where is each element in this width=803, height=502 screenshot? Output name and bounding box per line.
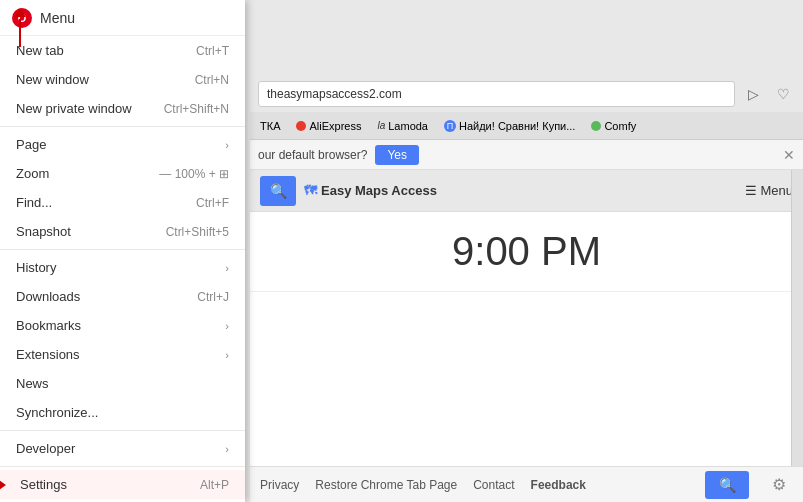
menu-item-label-bookmarks: Bookmarks bbox=[16, 318, 221, 333]
p-icon: П bbox=[444, 120, 456, 132]
menu-item-label-new-tab: New tab bbox=[16, 43, 196, 58]
time-text: 9:00 PM bbox=[452, 229, 601, 274]
menu-item-shortcut-settings: Alt+P bbox=[200, 478, 229, 492]
menu-item-label-new-private-window: New private window bbox=[16, 101, 164, 116]
menu-header: O Menu bbox=[0, 0, 245, 36]
default-browser-text: our default browser? bbox=[258, 148, 367, 162]
menu-item-new-tab[interactable]: New tabCtrl+T bbox=[0, 36, 245, 65]
menu-item-submenu-arrow-history: › bbox=[225, 262, 229, 274]
menu-item-zoom[interactable]: Zoom— 100% + ⊞ bbox=[0, 159, 245, 188]
bookmark-tka-label: ТКА bbox=[260, 120, 280, 132]
footer-gear-button[interactable]: ⚙ bbox=[765, 471, 793, 499]
close-prompt-button[interactable]: ✕ bbox=[783, 147, 795, 163]
footer-restore[interactable]: Restore Chrome Tab Page bbox=[315, 478, 457, 492]
menu-item-settings[interactable]: SettingsAlt+P bbox=[0, 470, 245, 499]
footer-feedback[interactable]: Feedback bbox=[531, 478, 586, 492]
send-button[interactable]: ▷ bbox=[741, 82, 765, 106]
menu-item-shortcut-downloads: Ctrl+J bbox=[197, 290, 229, 304]
menu-item-submenu-arrow-developer: › bbox=[225, 443, 229, 455]
bookmark-comfy[interactable]: Comfy bbox=[585, 118, 642, 134]
arrow-line bbox=[19, 19, 21, 47]
menu-item-label-find: Find... bbox=[16, 195, 196, 210]
bookmark-lamoda-label: Lamoda bbox=[388, 120, 428, 132]
bookmark-p[interactable]: П Найди! Сравни! Купи... bbox=[438, 118, 581, 134]
menu-item-label-zoom: Zoom bbox=[16, 166, 159, 181]
menu-divider bbox=[0, 466, 245, 467]
easymaps-label: Easy Maps Access bbox=[321, 183, 437, 198]
menu-item-submenu-arrow-bookmarks: › bbox=[225, 320, 229, 332]
menu-item-label-new-window: New window bbox=[16, 72, 195, 87]
menu-item-new-window[interactable]: New windowCtrl+N bbox=[0, 65, 245, 94]
menu-item-developer[interactable]: Developer› bbox=[0, 434, 245, 463]
menu-item-synchronize[interactable]: Synchronize... bbox=[0, 398, 245, 427]
footer-privacy[interactable]: Privacy bbox=[260, 478, 299, 492]
menu-item-label-synchronize: Synchronize... bbox=[16, 405, 229, 420]
time-display: 9:00 PM bbox=[250, 212, 803, 292]
menu-item-label-page: Page bbox=[16, 137, 221, 152]
menu-item-shortcut-new-window: Ctrl+N bbox=[195, 73, 229, 87]
page-content: 🔍 🗺 Easy Maps Access ☰ Menu 9:00 PM bbox=[250, 170, 803, 502]
address-bar[interactable]: theasymapsaccess2.com bbox=[258, 81, 735, 107]
bookmarks-bar: ТКА AliExpress la Lamoda П Найди! Сравни… bbox=[250, 112, 803, 140]
footer-search-button[interactable]: 🔍 bbox=[705, 471, 749, 499]
menu-item-label-history: History bbox=[16, 260, 221, 275]
menu-item-label-developer: Developer bbox=[16, 441, 221, 456]
menu-item-news[interactable]: News bbox=[0, 369, 245, 398]
menu-divider bbox=[0, 249, 245, 250]
menu-item-shortcut-find: Ctrl+F bbox=[196, 196, 229, 210]
menu-item-history[interactable]: History› bbox=[0, 253, 245, 282]
search-button[interactable]: 🔍 bbox=[260, 176, 296, 206]
menu-item-label-downloads: Downloads bbox=[16, 289, 197, 304]
menu-item-label-snapshot: Snapshot bbox=[16, 224, 166, 239]
menu-item-shortcut-new-private-window: Ctrl+Shift+N bbox=[164, 102, 229, 116]
menu-item-bookmarks[interactable]: Bookmarks› bbox=[0, 311, 245, 340]
page-menu-button[interactable]: ☰ Menu bbox=[745, 183, 793, 198]
bookmark-lamoda[interactable]: la Lamoda bbox=[371, 118, 434, 134]
page-toolbar: 🔍 🗺 Easy Maps Access ☰ Menu bbox=[250, 170, 803, 212]
bookmark-aliexpress-label: AliExpress bbox=[309, 120, 361, 132]
footer-search-icon: 🔍 bbox=[719, 477, 736, 493]
menu-divider bbox=[0, 126, 245, 127]
menu-item-new-private-window[interactable]: New private windowCtrl+Shift+N bbox=[0, 94, 245, 123]
address-text: theasymapsaccess2.com bbox=[267, 87, 402, 101]
footer-contact[interactable]: Contact bbox=[473, 478, 514, 492]
menu-overlay: O Menu New tabCtrl+TNew windowCtrl+NNew … bbox=[0, 0, 245, 502]
menu-item-downloads[interactable]: DownloadsCtrl+J bbox=[0, 282, 245, 311]
heart-button[interactable]: ♡ bbox=[771, 82, 795, 106]
aliexpress-dot bbox=[296, 121, 306, 131]
arrow-head bbox=[14, 8, 26, 17]
map-icon: 🗺 bbox=[304, 183, 317, 198]
menu-item-shortcut-new-tab: Ctrl+T bbox=[196, 44, 229, 58]
settings-arrow bbox=[0, 478, 6, 492]
menu-item-label-extensions: Extensions bbox=[16, 347, 221, 362]
menu-item-shortcut-snapshot: Ctrl+Shift+5 bbox=[166, 225, 229, 239]
comfy-dot bbox=[591, 121, 601, 131]
bookmark-p-label: Найди! Сравни! Купи... bbox=[459, 120, 575, 132]
search-icon: 🔍 bbox=[270, 183, 287, 199]
menu-item-submenu-arrow-extensions: › bbox=[225, 349, 229, 361]
easymaps-logo: 🗺 Easy Maps Access bbox=[304, 183, 437, 198]
scrollbar[interactable] bbox=[791, 170, 803, 466]
bookmark-tka[interactable]: ТКА bbox=[254, 118, 286, 134]
lamoda-icon: la bbox=[377, 120, 385, 131]
address-bar-area: theasymapsaccess2.com ▷ ♡ bbox=[250, 76, 803, 112]
menu-item-label-settings: Settings bbox=[20, 477, 200, 492]
menu-divider bbox=[0, 430, 245, 431]
hamburger-icon: ☰ Menu bbox=[745, 183, 793, 198]
bookmark-comfy-label: Comfy bbox=[604, 120, 636, 132]
menu-item-shortcut-zoom: — 100% + ⊞ bbox=[159, 167, 229, 181]
top-arrow bbox=[14, 8, 26, 47]
menu-item-page[interactable]: Page› bbox=[0, 130, 245, 159]
yes-button[interactable]: Yes bbox=[375, 145, 419, 165]
page-footer: Privacy Restore Chrome Tab Page Contact … bbox=[250, 466, 803, 502]
menu-item-label-news: News bbox=[16, 376, 229, 391]
menu-item-snapshot[interactable]: SnapshotCtrl+Shift+5 bbox=[0, 217, 245, 246]
menu-item-find[interactable]: Find...Ctrl+F bbox=[0, 188, 245, 217]
default-browser-bar: our default browser? Yes ✕ bbox=[250, 140, 803, 170]
bookmark-aliexpress[interactable]: AliExpress bbox=[290, 118, 367, 134]
menu-item-extensions[interactable]: Extensions› bbox=[0, 340, 245, 369]
menu-title: Menu bbox=[40, 10, 75, 26]
menu-item-submenu-arrow-page: › bbox=[225, 139, 229, 151]
menu-body: New tabCtrl+TNew windowCtrl+NNew private… bbox=[0, 36, 245, 502]
